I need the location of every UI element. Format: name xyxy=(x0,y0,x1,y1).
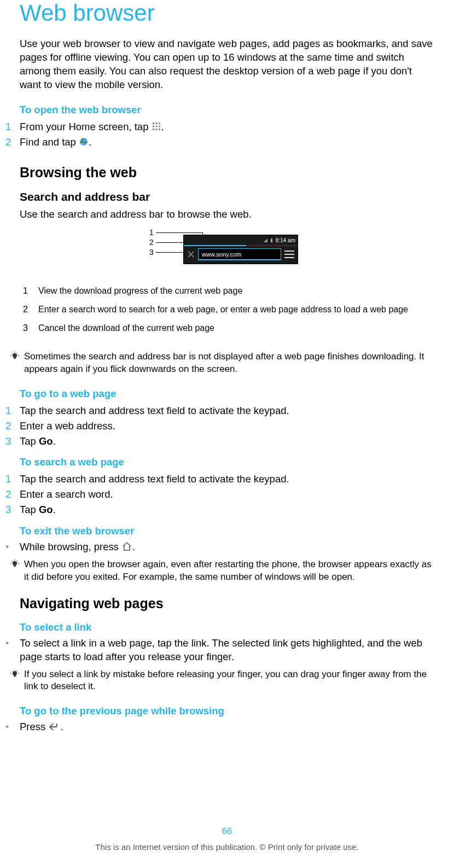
tip-block: Sometimes the search and address bar is … xyxy=(10,351,434,376)
svg-line-22 xyxy=(12,561,13,562)
tip-block: When you open the browser again, even af… xyxy=(10,558,434,584)
step-text: To select a link in a web page, tap the … xyxy=(20,637,434,664)
svg-point-24 xyxy=(13,671,17,675)
svg-rect-11 xyxy=(14,358,16,359)
status-icons: ◢ ▮ xyxy=(264,237,273,243)
steps-goto-page: 1Tap the search and address text field t… xyxy=(20,403,434,448)
callout-1: 1 xyxy=(149,228,154,237)
step-text-frag: . xyxy=(89,136,91,148)
step-text-bold: Go xyxy=(39,504,53,515)
lightbulb-icon xyxy=(10,351,20,376)
steps-search-page: 1Tap the search and address text field t… xyxy=(20,471,434,517)
legend-desc: Enter a search word to search for a web … xyxy=(38,305,431,314)
step-text: Enter a web address. xyxy=(20,418,434,434)
svg-line-30 xyxy=(17,671,18,672)
step-num: 1 xyxy=(5,119,20,135)
intro-text: Use your web browser to view and navigat… xyxy=(20,37,434,92)
step-text-frag: . xyxy=(132,541,135,552)
progress-bar xyxy=(184,245,298,246)
svg-rect-8 xyxy=(159,129,160,130)
bullet-icon: • xyxy=(5,720,20,734)
heading-goto-page: To go to a web page xyxy=(20,388,434,400)
legend-num: 3 xyxy=(23,323,38,333)
tip-text: Sometimes the search and address bar is … xyxy=(24,351,434,376)
diagram-legend: 1View the download progress of the curre… xyxy=(23,282,431,337)
svg-rect-2 xyxy=(159,123,160,124)
heading-search-page: To search a web page xyxy=(20,456,434,468)
step-text-bold: Go xyxy=(39,435,53,447)
callout-3: 3 xyxy=(149,248,154,257)
back-icon xyxy=(48,723,60,731)
svg-rect-25 xyxy=(14,675,16,677)
svg-rect-4 xyxy=(155,125,157,127)
callout-2: 2 xyxy=(149,238,154,247)
step-num: 3 xyxy=(5,502,20,517)
step-text-frag: . xyxy=(53,435,56,447)
step-text: Tap the search and address text field to… xyxy=(20,471,434,487)
svg-rect-18 xyxy=(14,566,16,567)
step-text: Enter a search word. xyxy=(20,487,434,502)
svg-point-17 xyxy=(13,561,17,566)
home-icon xyxy=(121,541,132,551)
lightbulb-icon xyxy=(10,558,20,584)
step-text-frag: . xyxy=(53,504,56,515)
heading-search-bar: Search and address bar xyxy=(20,190,434,203)
heading-nav: Navigating web pages xyxy=(20,596,434,611)
globe-icon xyxy=(79,137,89,147)
step-text: Tap Go. xyxy=(20,434,434,449)
svg-line-15 xyxy=(12,353,13,354)
step-num: 1 xyxy=(5,471,20,487)
page-number: 66 xyxy=(0,826,454,837)
status-time: 8:14 am xyxy=(276,237,295,243)
steps-open-browser: 1 From your Home screen, tap . 2 Find an… xyxy=(20,119,434,150)
svg-rect-5 xyxy=(159,125,160,127)
svg-rect-6 xyxy=(153,129,154,130)
step-text: From your Home screen, tap . xyxy=(20,119,434,135)
tip-text: When you open the browser again, even af… xyxy=(24,558,434,584)
step-select-link: • To select a link in a web page, tap th… xyxy=(5,637,434,664)
legend-num: 2 xyxy=(23,305,38,314)
svg-rect-3 xyxy=(153,125,154,127)
svg-line-29 xyxy=(12,671,13,672)
step-text-frag: Tap xyxy=(20,435,39,447)
svg-rect-0 xyxy=(153,123,154,124)
footer-notice: This is an Internet version of this publ… xyxy=(0,842,454,852)
menu-icon xyxy=(284,251,294,258)
bullet-icon: • xyxy=(5,540,20,554)
search-bar-text: Use the search and address bar to browse… xyxy=(20,208,434,222)
heading-prev-page: To go to the previous page while browsin… xyxy=(20,705,434,717)
legend-desc: View the download progress of the curren… xyxy=(38,286,431,296)
heading-browsing: Browsing the web xyxy=(20,165,434,180)
svg-point-10 xyxy=(13,353,17,358)
step-text-frag: Find and tap xyxy=(20,136,79,148)
svg-rect-1 xyxy=(155,123,157,124)
tip-text: If you select a link by mistake before r… xyxy=(24,668,434,694)
step-text: Tap Go. xyxy=(20,502,434,517)
step-num: 1 xyxy=(5,403,20,418)
step-text-frag: While browsing, press xyxy=(20,541,121,552)
page-title: Web browser xyxy=(20,0,434,26)
heading-exit-browser: To exit the web browser xyxy=(20,525,434,537)
heading-open-browser: To open the web browser xyxy=(20,104,434,116)
legend-desc: Cancel the download of the current web p… xyxy=(38,323,431,333)
step-text-frag: . xyxy=(60,721,63,732)
step-text: Tap the search and address text field to… xyxy=(20,403,434,418)
step-prev-page: • Press . xyxy=(5,720,434,734)
step-text: Press . xyxy=(20,720,434,734)
address-bar-diagram: 1 2 3 ◢ ▮ 8:14 am www.sony.com xyxy=(20,231,434,266)
heading-select-link: To select a link xyxy=(20,621,434,633)
close-icon xyxy=(187,251,195,258)
step-text-frag: Press xyxy=(20,721,48,732)
step-num: 2 xyxy=(5,418,20,434)
svg-rect-7 xyxy=(155,129,157,130)
lightbulb-icon xyxy=(10,668,20,694)
svg-line-16 xyxy=(17,353,18,354)
step-text-frag: . xyxy=(161,121,164,132)
step-text: Find and tap . xyxy=(20,135,434,150)
step-num: 2 xyxy=(5,135,20,150)
step-exit: • While browsing, press . xyxy=(5,540,434,554)
step-text-frag: Tap xyxy=(20,504,39,515)
legend-num: 1 xyxy=(23,286,38,296)
tip-block: If you select a link by mistake before r… xyxy=(10,668,434,694)
page-footer: 66 This is an Internet version of this p… xyxy=(0,826,454,852)
